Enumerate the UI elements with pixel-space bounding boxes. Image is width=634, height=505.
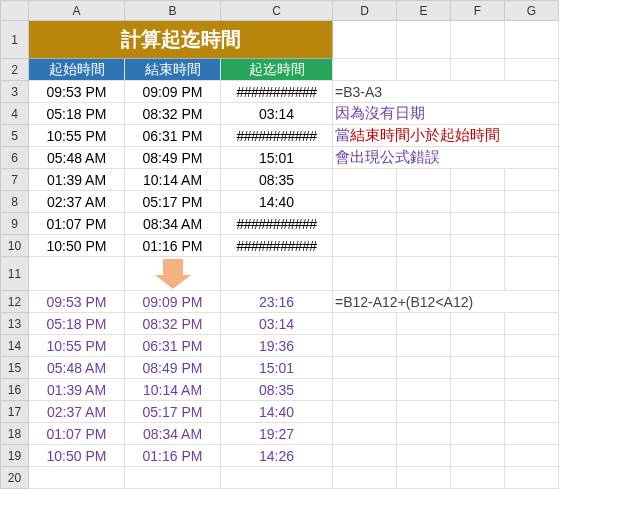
cell-A8[interactable]: 02:37 AM [29,191,125,213]
cell-E16[interactable] [397,379,451,401]
cell-B15[interactable]: 08:49 PM [125,357,221,379]
cell-E2[interactable] [397,59,451,81]
cell-D17[interactable] [333,401,397,423]
cell-C18[interactable]: 19:27 [221,423,333,445]
cell-E17[interactable] [397,401,451,423]
cell-A6[interactable]: 05:48 AM [29,147,125,169]
cell-A16[interactable]: 01:39 AM [29,379,125,401]
cell-D8[interactable] [333,191,397,213]
cell-B13[interactable]: 08:32 PM [125,313,221,335]
cell-F9[interactable] [451,213,505,235]
cell-E13[interactable] [397,313,451,335]
cell-D15[interactable] [333,357,397,379]
cell-D19[interactable] [333,445,397,467]
cell-D2[interactable] [333,59,397,81]
cell-E20[interactable] [397,467,451,489]
row-header-10[interactable]: 10 [1,235,29,257]
cell-F19[interactable] [451,445,505,467]
cell-A9[interactable]: 01:07 PM [29,213,125,235]
col-header-B[interactable]: B [125,1,221,21]
row-header-1[interactable]: 1 [1,21,29,59]
cell-C15[interactable]: 15:01 [221,357,333,379]
cell-A14[interactable]: 10:55 PM [29,335,125,357]
cell-D18[interactable] [333,423,397,445]
cell-B8[interactable]: 05:17 PM [125,191,221,213]
row-header-16[interactable]: 16 [1,379,29,401]
cell-C14[interactable]: 19:36 [221,335,333,357]
col-header-G[interactable]: G [505,1,559,21]
cell-F1[interactable] [451,21,505,59]
cell-D7[interactable] [333,169,397,191]
cell-A17[interactable]: 02:37 AM [29,401,125,423]
cell-E11[interactable] [397,257,451,291]
cell-E9[interactable] [397,213,451,235]
cell-B10[interactable]: 01:16 PM [125,235,221,257]
cell-G17[interactable] [505,401,559,423]
cell-G16[interactable] [505,379,559,401]
col-header-A[interactable]: A [29,1,125,21]
col-header-E[interactable]: E [397,1,451,21]
cell-G11[interactable] [505,257,559,291]
cell-E18[interactable] [397,423,451,445]
note-line1[interactable]: 因為沒有日期 [333,103,559,125]
cell-F11[interactable] [451,257,505,291]
cell-C8[interactable]: 14:40 [221,191,333,213]
row-header-19[interactable]: 19 [1,445,29,467]
cell-A10[interactable]: 10:50 PM [29,235,125,257]
cell-A20[interactable] [29,467,125,489]
cell-D16[interactable] [333,379,397,401]
row-header-3[interactable]: 3 [1,81,29,103]
cell-B18[interactable]: 08:34 AM [125,423,221,445]
cell-G13[interactable] [505,313,559,335]
cell-E10[interactable] [397,235,451,257]
cell-D10[interactable] [333,235,397,257]
cell-G14[interactable] [505,335,559,357]
header-elapsed[interactable]: 起迄時間 [221,59,333,81]
cell-G19[interactable] [505,445,559,467]
cell-C17[interactable]: 14:40 [221,401,333,423]
cell-G8[interactable] [505,191,559,213]
cell-C7[interactable]: 08:35 [221,169,333,191]
cell-G18[interactable] [505,423,559,445]
cell-C12[interactable]: 23:16 [221,291,333,313]
cell-G7[interactable] [505,169,559,191]
cell-F13[interactable] [451,313,505,335]
cell-A12[interactable]: 09:53 PM [29,291,125,313]
col-header-D[interactable]: D [333,1,397,21]
cell-C5[interactable]: ########### [221,125,333,147]
row-header-12[interactable]: 12 [1,291,29,313]
cell-F20[interactable] [451,467,505,489]
row-header-11[interactable]: 11 [1,257,29,291]
note-line3[interactable]: 會出現公式錯誤 [333,147,559,169]
row-header-17[interactable]: 17 [1,401,29,423]
cell-G15[interactable] [505,357,559,379]
cell-F16[interactable] [451,379,505,401]
cell-C6[interactable]: 15:01 [221,147,333,169]
row-header-14[interactable]: 14 [1,335,29,357]
cell-C16[interactable]: 08:35 [221,379,333,401]
cell-B7[interactable]: 10:14 AM [125,169,221,191]
cell-G1[interactable] [505,21,559,59]
cell-F8[interactable] [451,191,505,213]
cell-D20[interactable] [333,467,397,489]
cell-C3[interactable]: ########### [221,81,333,103]
cell-E19[interactable] [397,445,451,467]
cell-D13[interactable] [333,313,397,335]
cell-E1[interactable] [397,21,451,59]
row-header-5[interactable]: 5 [1,125,29,147]
cell-A4[interactable]: 05:18 PM [29,103,125,125]
col-header-C[interactable]: C [221,1,333,21]
cell-G2[interactable] [505,59,559,81]
cell-F7[interactable] [451,169,505,191]
cell-G20[interactable] [505,467,559,489]
header-start[interactable]: 起始時間 [29,59,125,81]
cell-C10[interactable]: ########### [221,235,333,257]
cell-G10[interactable] [505,235,559,257]
cell-D14[interactable] [333,335,397,357]
cell-G9[interactable] [505,213,559,235]
cell-C20[interactable] [221,467,333,489]
cell-C13[interactable]: 03:14 [221,313,333,335]
cell-B9[interactable]: 08:34 AM [125,213,221,235]
cell-B11[interactable] [125,257,221,291]
cell-B16[interactable]: 10:14 AM [125,379,221,401]
